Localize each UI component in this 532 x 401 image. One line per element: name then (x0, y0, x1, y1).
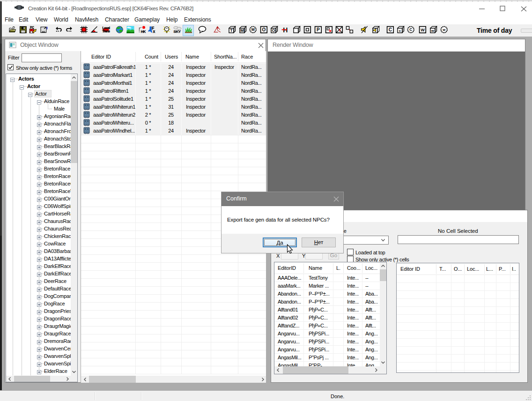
svg-text:O: O (272, 28, 275, 33)
svg-text:Trans: Trans (102, 30, 110, 33)
svg-text:C: C (409, 27, 412, 32)
svg-text:c: c (399, 29, 401, 33)
svg-text:w: w (442, 28, 445, 32)
svg-text:P: P (317, 27, 320, 32)
svg-text:Local: Local (103, 26, 110, 30)
svg-text:M: M (240, 28, 244, 33)
svg-text:T: T (230, 28, 233, 33)
svg-text:O: O (262, 27, 266, 32)
svg-text:SKY: SKY (174, 30, 181, 34)
svg-text:HK: HK (141, 30, 146, 34)
svg-text:x: x (153, 29, 155, 34)
svg-text:w: w (431, 29, 435, 33)
svg-text:C: C (389, 27, 392, 32)
svg-text:M: M (251, 27, 255, 32)
svg-text:W: W (421, 28, 425, 32)
